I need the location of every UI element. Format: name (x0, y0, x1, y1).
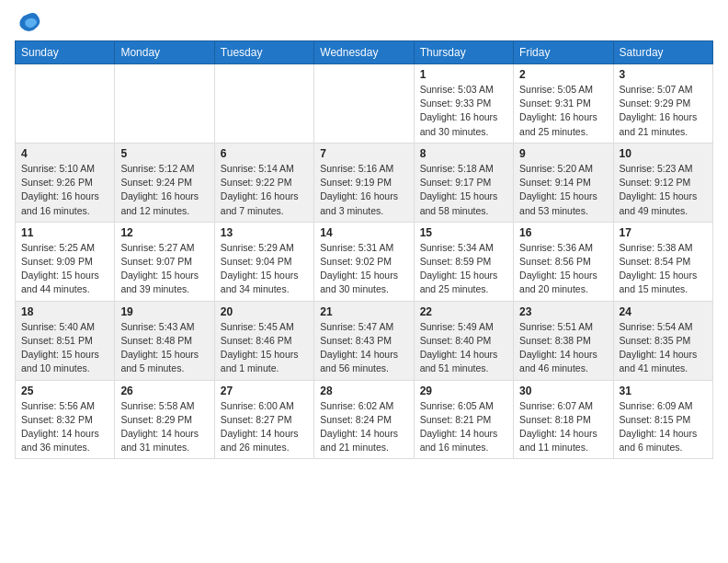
day-number: 10 (620, 147, 707, 160)
day-info: Sunrise: 6:07 AM Sunset: 8:18 PM Dayligh… (519, 399, 607, 455)
calendar-cell: 15Sunrise: 5:34 AM Sunset: 8:59 PM Dayli… (414, 222, 513, 301)
day-info: Sunrise: 6:00 AM Sunset: 8:27 PM Dayligh… (221, 399, 308, 455)
day-number: 24 (620, 305, 707, 318)
day-info: Sunrise: 5:49 AM Sunset: 8:40 PM Dayligh… (420, 320, 507, 376)
logo (15, 9, 42, 35)
calendar-cell: 5Sunrise: 5:12 AM Sunset: 9:24 PM Daylig… (115, 143, 214, 222)
calendar-cell: 26Sunrise: 5:58 AM Sunset: 8:29 PM Dayli… (115, 380, 214, 459)
calendar-cell: 13Sunrise: 5:29 AM Sunset: 9:04 PM Dayli… (214, 222, 313, 301)
day-info: Sunrise: 5:16 AM Sunset: 9:19 PM Dayligh… (320, 162, 407, 218)
day-number: 26 (120, 385, 208, 397)
day-info: Sunrise: 5:36 AM Sunset: 8:56 PM Dayligh… (519, 241, 607, 297)
day-info: Sunrise: 5:05 AM Sunset: 9:31 PM Dayligh… (519, 83, 607, 139)
day-number: 9 (519, 147, 607, 160)
day-number: 8 (420, 147, 507, 160)
calendar-cell: 30Sunrise: 6:07 AM Sunset: 8:18 PM Dayli… (514, 380, 613, 459)
calendar-cell: 17Sunrise: 5:38 AM Sunset: 8:54 PM Dayli… (613, 222, 712, 301)
calendar-cell: 24Sunrise: 5:54 AM Sunset: 8:35 PM Dayli… (613, 301, 712, 380)
day-info: Sunrise: 5:23 AM Sunset: 9:12 PM Dayligh… (620, 162, 707, 218)
header (15, 9, 713, 35)
calendar-week-row: 25Sunrise: 5:56 AM Sunset: 8:32 PM Dayli… (16, 380, 713, 459)
calendar-cell: 1Sunrise: 5:03 AM Sunset: 9:33 PM Daylig… (414, 64, 513, 144)
calendar-week-row: 4Sunrise: 5:10 AM Sunset: 9:26 PM Daylig… (16, 143, 713, 222)
calendar-header-row: SundayMondayTuesdayWednesdayThursdayFrid… (16, 41, 713, 64)
logo-icon (17, 9, 42, 35)
day-number: 28 (320, 385, 407, 397)
day-info: Sunrise: 5:29 AM Sunset: 9:04 PM Dayligh… (221, 241, 308, 297)
day-info: Sunrise: 5:31 AM Sunset: 9:02 PM Dayligh… (320, 241, 407, 297)
day-number: 25 (21, 385, 108, 397)
calendar-cell: 2Sunrise: 5:05 AM Sunset: 9:31 PM Daylig… (514, 64, 613, 144)
day-number: 13 (221, 226, 308, 239)
day-info: Sunrise: 5:54 AM Sunset: 8:35 PM Dayligh… (620, 320, 707, 376)
page: SundayMondayTuesdayWednesdayThursdayFrid… (0, 0, 728, 474)
col-header-monday: Monday (115, 41, 214, 64)
day-number: 3 (620, 68, 707, 81)
day-info: Sunrise: 5:10 AM Sunset: 9:26 PM Dayligh… (21, 162, 108, 218)
calendar-cell: 29Sunrise: 6:05 AM Sunset: 8:21 PM Dayli… (414, 380, 513, 459)
day-number: 4 (21, 147, 108, 160)
day-info: Sunrise: 5:43 AM Sunset: 8:48 PM Dayligh… (120, 320, 208, 376)
day-number: 12 (120, 226, 208, 239)
calendar-cell: 25Sunrise: 5:56 AM Sunset: 8:32 PM Dayli… (16, 380, 115, 459)
calendar-week-row: 1Sunrise: 5:03 AM Sunset: 9:33 PM Daylig… (16, 64, 713, 144)
day-number: 11 (21, 226, 108, 239)
calendar-cell: 23Sunrise: 5:51 AM Sunset: 8:38 PM Dayli… (514, 301, 613, 380)
calendar-cell: 22Sunrise: 5:49 AM Sunset: 8:40 PM Dayli… (414, 301, 513, 380)
col-header-friday: Friday (514, 41, 613, 64)
day-info: Sunrise: 6:02 AM Sunset: 8:24 PM Dayligh… (320, 399, 407, 455)
day-number: 16 (519, 226, 607, 239)
day-info: Sunrise: 5:20 AM Sunset: 9:14 PM Dayligh… (519, 162, 607, 218)
calendar-cell: 3Sunrise: 5:07 AM Sunset: 9:29 PM Daylig… (613, 64, 712, 144)
day-info: Sunrise: 6:09 AM Sunset: 8:15 PM Dayligh… (620, 399, 707, 455)
day-number: 23 (519, 305, 607, 318)
day-info: Sunrise: 5:07 AM Sunset: 9:29 PM Dayligh… (620, 83, 707, 139)
day-info: Sunrise: 5:25 AM Sunset: 9:09 PM Dayligh… (21, 241, 108, 297)
day-number: 29 (420, 385, 507, 397)
day-number: 27 (221, 385, 308, 397)
day-number: 18 (21, 305, 108, 318)
col-header-thursday: Thursday (414, 41, 513, 64)
calendar-cell: 16Sunrise: 5:36 AM Sunset: 8:56 PM Dayli… (514, 222, 613, 301)
calendar-cell: 7Sunrise: 5:16 AM Sunset: 9:19 PM Daylig… (314, 143, 414, 222)
day-number: 7 (320, 147, 407, 160)
col-header-sunday: Sunday (16, 41, 115, 64)
calendar-cell: 28Sunrise: 6:02 AM Sunset: 8:24 PM Dayli… (314, 380, 414, 459)
day-number: 14 (320, 226, 407, 239)
day-number: 1 (420, 68, 507, 81)
day-number: 19 (120, 305, 208, 318)
day-number: 30 (519, 385, 607, 397)
day-info: Sunrise: 5:34 AM Sunset: 8:59 PM Dayligh… (420, 241, 507, 297)
day-info: Sunrise: 5:47 AM Sunset: 8:43 PM Dayligh… (320, 320, 407, 376)
calendar-table: SundayMondayTuesdayWednesdayThursdayFrid… (15, 40, 713, 459)
day-info: Sunrise: 5:27 AM Sunset: 9:07 PM Dayligh… (120, 241, 208, 297)
calendar-cell: 27Sunrise: 6:00 AM Sunset: 8:27 PM Dayli… (214, 380, 313, 459)
calendar-cell: 4Sunrise: 5:10 AM Sunset: 9:26 PM Daylig… (16, 143, 115, 222)
calendar-cell: 31Sunrise: 6:09 AM Sunset: 8:15 PM Dayli… (613, 380, 712, 459)
calendar-cell: 18Sunrise: 5:40 AM Sunset: 8:51 PM Dayli… (16, 301, 115, 380)
day-number: 17 (620, 226, 707, 239)
day-number: 6 (221, 147, 308, 160)
col-header-wednesday: Wednesday (314, 41, 414, 64)
calendar-cell: 11Sunrise: 5:25 AM Sunset: 9:09 PM Dayli… (16, 222, 115, 301)
day-info: Sunrise: 5:14 AM Sunset: 9:22 PM Dayligh… (221, 162, 308, 218)
day-number: 5 (120, 147, 208, 160)
day-number: 2 (519, 68, 607, 81)
calendar-cell: 6Sunrise: 5:14 AM Sunset: 9:22 PM Daylig… (214, 143, 313, 222)
calendar-cell: 14Sunrise: 5:31 AM Sunset: 9:02 PM Dayli… (314, 222, 414, 301)
calendar-cell (115, 64, 214, 144)
day-number: 31 (620, 385, 707, 397)
calendar-cell: 8Sunrise: 5:18 AM Sunset: 9:17 PM Daylig… (414, 143, 513, 222)
day-info: Sunrise: 5:40 AM Sunset: 8:51 PM Dayligh… (21, 320, 108, 376)
calendar-cell: 10Sunrise: 5:23 AM Sunset: 9:12 PM Dayli… (613, 143, 712, 222)
day-number: 21 (320, 305, 407, 318)
day-info: Sunrise: 5:45 AM Sunset: 8:46 PM Dayligh… (221, 320, 308, 376)
day-info: Sunrise: 5:03 AM Sunset: 9:33 PM Dayligh… (420, 83, 507, 139)
calendar-cell: 9Sunrise: 5:20 AM Sunset: 9:14 PM Daylig… (514, 143, 613, 222)
calendar-cell: 19Sunrise: 5:43 AM Sunset: 8:48 PM Dayli… (115, 301, 214, 380)
calendar-cell (214, 64, 313, 144)
calendar-cell (16, 64, 115, 144)
day-info: Sunrise: 5:58 AM Sunset: 8:29 PM Dayligh… (120, 399, 208, 455)
day-info: Sunrise: 5:38 AM Sunset: 8:54 PM Dayligh… (620, 241, 707, 297)
day-info: Sunrise: 5:12 AM Sunset: 9:24 PM Dayligh… (120, 162, 208, 218)
